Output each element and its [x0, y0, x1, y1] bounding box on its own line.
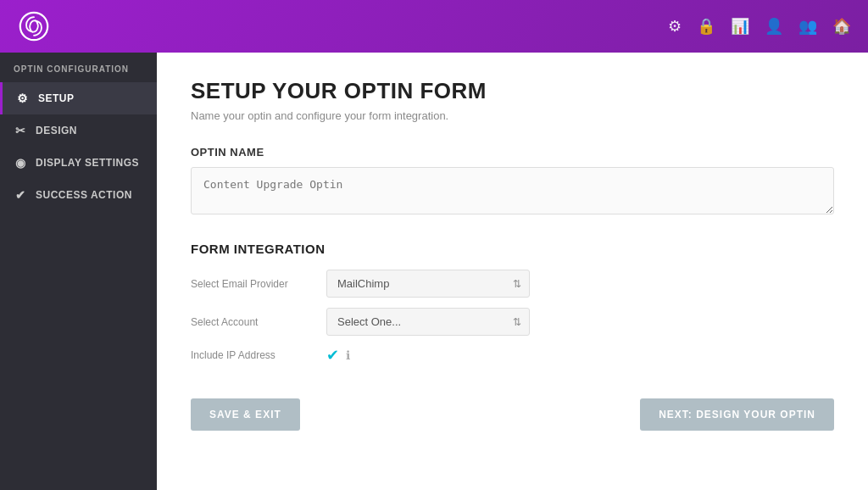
info-icon[interactable]: ℹ: [346, 348, 350, 362]
sidebar-item-design-label: DESIGN: [36, 125, 77, 136]
optin-name-label: OPTIN NAME: [191, 146, 834, 159]
sidebar-item-setup[interactable]: ⚙ SETUP: [0, 82, 157, 114]
sidebar-item-success-action[interactable]: ✔ SUCCESS ACTION: [0, 179, 157, 211]
sidebar-item-design[interactable]: ✂ DESIGN: [0, 114, 157, 147]
email-provider-select[interactable]: MailChimp AWeber ConvertKit ActiveCampai…: [326, 270, 530, 298]
chart-icon[interactable]: 📊: [731, 17, 749, 36]
check-icon: ✔: [14, 188, 27, 202]
form-integration-section: FORM INTEGRATION Select Email Provider M…: [191, 242, 834, 365]
optin-name-input[interactable]: [191, 167, 834, 214]
ip-checkbox-check[interactable]: ✔: [326, 346, 339, 365]
sidebar-config-label: OPTIN CONFIGURATION: [0, 53, 157, 82]
save-exit-button[interactable]: SAVE & EXIT: [191, 398, 300, 431]
account-row: Select Account Select One...: [191, 308, 834, 336]
sidebar-item-display-label: DISPLAY SETTINGS: [36, 157, 139, 169]
user-icon[interactable]: 👤: [765, 17, 783, 36]
setup-icon: ⚙: [16, 92, 30, 105]
brand-logo[interactable]: [17, 9, 51, 43]
sidebar-item-display-settings[interactable]: ◉ DISPLAY SETTINGS: [0, 147, 157, 179]
include-ip-row: Include IP Address ✔ ℹ: [191, 346, 834, 365]
form-integration-title: FORM INTEGRATION: [191, 242, 834, 256]
sidebar-item-setup-label: SETUP: [38, 92, 75, 104]
include-ip-label: Include IP Address: [191, 349, 326, 361]
email-provider-label: Select Email Provider: [191, 278, 326, 290]
users-icon[interactable]: 👥: [798, 17, 817, 36]
main-layout: OPTIN CONFIGURATION ⚙ SETUP ✂ DESIGN ◉ D…: [0, 53, 868, 490]
email-provider-select-wrapper: MailChimp AWeber ConvertKit ActiveCampai…: [326, 270, 530, 298]
bottom-bar: SAVE & EXIT NEXT: DESIGN YOUR OPTIN: [191, 390, 834, 431]
page-title: SETUP YOUR OPTIN FORM: [191, 78, 834, 104]
lock-icon[interactable]: 🔒: [697, 17, 715, 36]
topbar: ⚙ 🔒 📊 👤 👥 🏠: [0, 0, 868, 53]
content-area: SETUP YOUR OPTIN FORM Name your optin an…: [157, 53, 868, 490]
sidebar-item-success-label: SUCCESS ACTION: [36, 189, 132, 201]
sidebar: OPTIN CONFIGURATION ⚙ SETUP ✂ DESIGN ◉ D…: [0, 53, 157, 490]
account-select[interactable]: Select One...: [326, 308, 530, 336]
scissors-icon: ✂: [14, 124, 27, 137]
email-provider-row: Select Email Provider MailChimp AWeber C…: [191, 270, 834, 298]
next-design-button[interactable]: NEXT: DESIGN YOUR OPTIN: [640, 398, 834, 431]
home-icon[interactable]: 🏠: [832, 17, 851, 36]
gear-icon[interactable]: ⚙: [668, 17, 682, 36]
account-select-wrapper: Select One...: [326, 308, 530, 336]
eye-icon: ◉: [14, 156, 27, 170]
account-label: Select Account: [191, 316, 326, 328]
page-subtitle: Name your optin and configure your form …: [191, 109, 834, 122]
topbar-icons: ⚙ 🔒 📊 👤 👥 🏠: [668, 17, 851, 36]
